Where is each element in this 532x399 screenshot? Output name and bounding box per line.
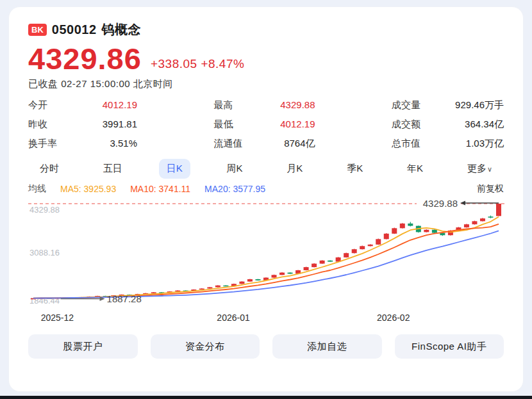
stat-prev-close: 昨收 3991.81 (28, 117, 137, 131)
chevron-down-icon: ∨ (487, 165, 492, 173)
tab-five-day[interactable]: 五日 (96, 159, 130, 179)
change-percent: +8.47% (201, 57, 244, 70)
tab-monthly-k[interactable]: 月K (279, 159, 310, 179)
sector-badge: BK (28, 24, 47, 36)
svg-text:4329.88: 4329.88 (423, 199, 458, 209)
tab-minute[interactable]: 分时 (32, 159, 67, 179)
stat-turnover-amount: 成交额 364.34亿 (392, 117, 504, 131)
stat-volume: 成交量 929.46万手 (392, 98, 504, 111)
price-row: 4329.86 +338.05 +8.47% (28, 42, 504, 76)
chart-x-axis: 2025-12 2026-01 2026-02 (28, 313, 504, 328)
svg-text:1887.28: 1887.28 (107, 293, 142, 304)
ma10-value: MA10: 3741.11 (130, 184, 190, 194)
last-price: 4329.86 (28, 42, 142, 76)
change-amount: +338.05 (151, 57, 197, 70)
ma-legend: 均线 MA5: 3925.93 MA10: 3741.11 MA20: 3577… (28, 183, 504, 195)
ai-assistant-button[interactable]: FinScope AI助手 (395, 334, 504, 359)
candlestick-chart[interactable]: 4329.883088.161846.441887.284329.88 (28, 199, 505, 309)
stats-grid: 今开 4012.19 最高 4329.88 成交量 929.46万手 昨收 39… (28, 98, 504, 150)
fund-flow-button[interactable]: 资金分布 (151, 334, 260, 359)
security-name: 钨概念 (102, 21, 142, 38)
x-tick-jan: 2026-01 (217, 313, 249, 323)
x-tick-feb: 2026-02 (377, 313, 410, 323)
security-code: 050012 (52, 22, 97, 37)
stat-low: 最低 4012.19 (214, 117, 315, 131)
footer-actions: 股票开户 资金分布 添加自选 FinScope AI助手 (28, 334, 504, 359)
stat-turnover-rate: 换手率 3.51% (28, 136, 137, 150)
tab-daily-k[interactable]: 日K (159, 159, 190, 179)
adjust-mode-label[interactable]: 前复权 (477, 183, 504, 195)
quote-card: BK 050012 钨概念 4329.86 +338.05 +8.47% 已收盘… (8, 6, 524, 392)
tab-more[interactable]: 更多∨ (460, 159, 500, 179)
kchart-svg: 4329.883088.161846.441887.284329.88 (28, 199, 505, 309)
header-title-row: BK 050012 钨概念 (28, 21, 504, 38)
svg-text:4329.88: 4329.88 (29, 205, 60, 215)
open-account-button[interactable]: 股票开户 (28, 334, 138, 359)
ma5-value: MA5: 3925.93 (60, 184, 116, 194)
svg-text:3088.16: 3088.16 (29, 248, 60, 257)
x-tick-dec: 2025-12 (41, 313, 74, 323)
window-bottom-edge (0, 396, 532, 399)
tab-quarterly-k[interactable]: 季K (339, 159, 370, 179)
price-change: +338.05 +8.47% (151, 57, 244, 76)
tab-yearly-k[interactable]: 年K (399, 159, 431, 179)
stat-open: 今开 4012.19 (28, 98, 137, 111)
period-tabs: 分时 五日 日K 周K 月K 季K 年K 更多∨ (28, 159, 504, 179)
svg-text:1846.44: 1846.44 (29, 296, 60, 305)
ma20-value: MA20: 3577.95 (204, 184, 265, 194)
stat-float-cap: 流通值 8764亿 (214, 136, 315, 150)
tab-weekly-k[interactable]: 周K (219, 159, 251, 179)
stat-total-cap: 总市值 1.03万亿 (392, 136, 504, 150)
market-status: 已收盘 02-27 15:00:00 北京时间 (28, 78, 504, 90)
ma-legend-title: 均线 (28, 183, 46, 195)
add-watchlist-button[interactable]: 添加自选 (272, 334, 382, 359)
stat-high: 最高 4329.88 (214, 98, 315, 111)
